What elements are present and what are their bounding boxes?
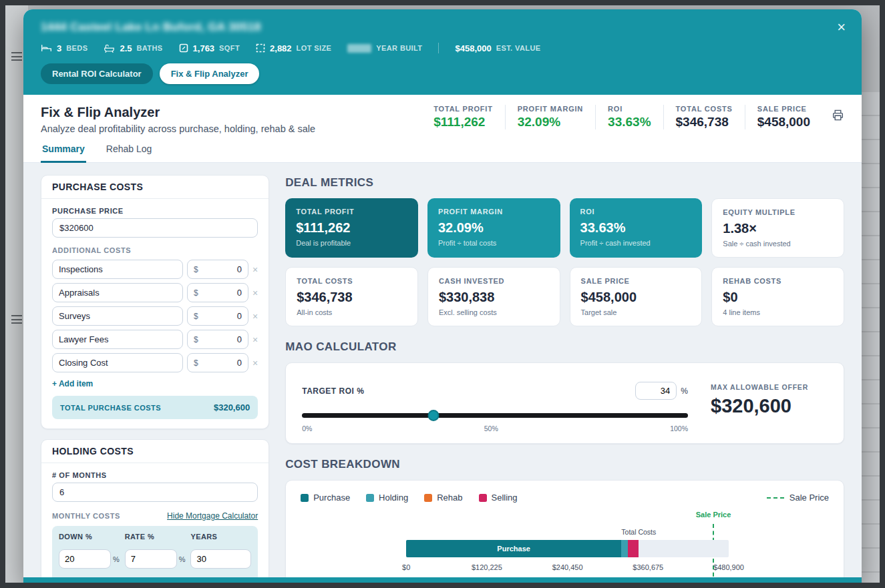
cost-amount-input[interactable] xyxy=(201,264,242,274)
stat-sqft: 1,763 SQFT xyxy=(179,43,240,53)
cost-bar-stack: Purchase xyxy=(406,540,729,557)
purchase-color-chip xyxy=(301,494,309,502)
metric-sale-price: SALE PRICE $458,000 Target sale xyxy=(570,267,703,326)
deal-metrics-title: DEAL METRICS xyxy=(285,176,844,190)
purchase-bar-segment: Purchase xyxy=(406,540,621,557)
print-icon[interactable] xyxy=(832,109,844,124)
analyzer-tabs: Summary Rehab Log xyxy=(23,143,862,163)
remove-item-icon[interactable]: × xyxy=(252,264,258,275)
holding-color-chip xyxy=(366,494,374,502)
cost-name-input[interactable] xyxy=(52,330,183,349)
remove-item-icon[interactable]: × xyxy=(252,288,258,298)
kpi-total-costs: TOTAL COSTS $346,738 xyxy=(663,105,745,129)
remove-item-icon[interactable]: × xyxy=(252,358,258,368)
selling-color-chip xyxy=(479,494,487,502)
roi-slider-thumb[interactable] xyxy=(427,410,439,421)
stats-divider xyxy=(438,43,439,53)
tab-fix-flip-analyzer[interactable]: Fix & Flip Analyzer xyxy=(160,63,260,84)
down-pct-input[interactable] xyxy=(59,549,111,569)
kpi-sale-price: SALE PRICE $458,000 xyxy=(745,105,822,129)
inputs-column: PURCHASE COSTS PURCHASE PRICE ADDITIONAL… xyxy=(41,175,269,577)
kpi-total-profit: TOTAL PROFIT $111,262 xyxy=(421,105,504,129)
years-input[interactable] xyxy=(190,549,251,569)
rate-pct-label: RATE % xyxy=(125,533,186,541)
cost-amount-field: $ xyxy=(187,353,248,372)
lot-size-icon xyxy=(256,43,265,53)
stat-beds: 3 BEDS xyxy=(41,43,87,53)
cost-amount-input[interactable] xyxy=(201,311,242,321)
down-pct-label: DOWN % xyxy=(59,533,120,541)
menu-icon[interactable] xyxy=(11,52,22,61)
background-table-rows xyxy=(860,92,880,583)
cost-amount-field: $ xyxy=(187,306,248,326)
analyzer-content: PURCHASE COSTS PURCHASE PRICE ADDITIONAL… xyxy=(23,163,862,577)
target-roi-slider[interactable] xyxy=(302,410,688,420)
sqft-icon xyxy=(179,43,188,53)
summary-kpi-strip: TOTAL PROFIT $111,262 PROFIT MARGIN 32.0… xyxy=(421,105,844,129)
currency-symbol: $ xyxy=(194,288,198,298)
chart-legend: Purchase Holding Rehab xyxy=(301,493,829,503)
cost-name-input[interactable] xyxy=(52,353,183,372)
months-input[interactable] xyxy=(52,483,258,502)
bath-icon xyxy=(104,44,115,53)
rate-pct-input[interactable] xyxy=(125,549,177,569)
property-header: 1444 Casteel Lake Ln Buford, GA 30518 × … xyxy=(23,9,862,95)
stat-lot-size: 2,882 LOT SIZE xyxy=(256,43,331,53)
holding-costs-title: HOLDING COSTS xyxy=(41,440,269,463)
cost-row-lawyer-fees: $ × xyxy=(52,330,258,349)
cost-name-input[interactable] xyxy=(52,306,183,326)
cost-amount-field: $ xyxy=(187,283,248,302)
tab-rehab-log[interactable]: Rehab Log xyxy=(105,143,154,162)
calculator-mode-tabs: Rental ROI Calculator Fix & Flip Analyze… xyxy=(41,63,844,84)
cost-row-appraisals: $ × xyxy=(52,283,258,302)
remove-item-icon[interactable]: × xyxy=(252,334,258,345)
mao-calculator-card: TARGET ROI % % 0% xyxy=(285,362,844,444)
max-allowable-offer: MAX ALLOWABLE OFFER $320,600 xyxy=(711,376,828,417)
cost-breakdown-card: Purchase Holding Rehab xyxy=(285,480,844,577)
cost-amount-input[interactable] xyxy=(201,358,242,368)
holding-costs-card: HOLDING COSTS # OF MONTHS MONTHLY COSTS … xyxy=(41,439,269,577)
cost-amount-field: $ xyxy=(187,330,248,349)
panel-title-block: Fix & Flip Analyzer Analyze deal profita… xyxy=(41,105,315,134)
slider-track[interactable] xyxy=(302,413,688,418)
cost-amount-field: $ xyxy=(187,260,248,279)
purchase-costs-card: PURCHASE COSTS PURCHASE PRICE ADDITIONAL… xyxy=(41,175,269,429)
sale-price-label: Sale Price xyxy=(696,511,731,519)
modal-bottom-bar xyxy=(23,577,862,583)
close-icon[interactable]: × xyxy=(837,20,846,35)
selling-bar-segment xyxy=(628,540,639,557)
total-costs-marker: Total Costs xyxy=(621,528,656,536)
menu-icon[interactable] xyxy=(11,315,22,324)
hide-mortgage-calculator-link[interactable]: Hide Mortgage Calculator xyxy=(167,511,258,521)
bed-icon xyxy=(41,44,52,52)
currency-symbol: $ xyxy=(194,312,198,321)
tab-summary[interactable]: Summary xyxy=(41,143,86,163)
stat-year-built: YEAR BUILT xyxy=(347,44,422,53)
chart-x-axis: $0 $120,225 $240,450 $360,675 $480,900 xyxy=(406,563,729,573)
remove-item-icon[interactable]: × xyxy=(252,311,258,322)
purchase-price-label: PURCHASE PRICE xyxy=(52,207,258,215)
total-purchase-costs-row: TOTAL PURCHASE COSTS $320,600 xyxy=(52,396,258,419)
legend-rehab: Rehab xyxy=(424,493,462,503)
property-address: 1444 Casteel Lake Ln Buford, GA 30518 xyxy=(41,21,261,34)
metric-roi: ROI 33.63% Profit ÷ cash invested xyxy=(570,198,703,258)
cost-bar-track: Purchase xyxy=(406,540,729,557)
cost-name-input[interactable] xyxy=(52,283,183,302)
cost-breakdown-title: COST BREAKDOWN xyxy=(285,458,844,471)
cost-name-input[interactable] xyxy=(52,260,183,279)
stat-est-value: $458,000 EST. VALUE xyxy=(455,43,540,53)
metric-profit-margin: PROFIT MARGIN 32.09% Profit ÷ total cost… xyxy=(427,198,560,258)
rehab-color-chip xyxy=(424,494,432,502)
purchase-price-input[interactable] xyxy=(52,218,258,238)
page-title: Fix & Flip Analyzer xyxy=(41,105,315,120)
cost-amount-input[interactable] xyxy=(201,288,242,298)
slider-scale: 0% 50% 100% xyxy=(302,424,688,432)
target-roi-input[interactable] xyxy=(635,382,677,400)
year-built-redacted-value xyxy=(347,44,371,53)
months-label: # OF MONTHS xyxy=(52,471,258,479)
cost-amount-input[interactable] xyxy=(201,334,242,344)
add-item-button[interactable]: + Add item xyxy=(52,379,93,388)
currency-symbol: $ xyxy=(194,358,198,368)
tab-rental-roi-calculator[interactable]: Rental ROI Calculator xyxy=(41,63,153,84)
metric-total-costs: TOTAL COSTS $346,738 All-in costs xyxy=(285,267,418,326)
